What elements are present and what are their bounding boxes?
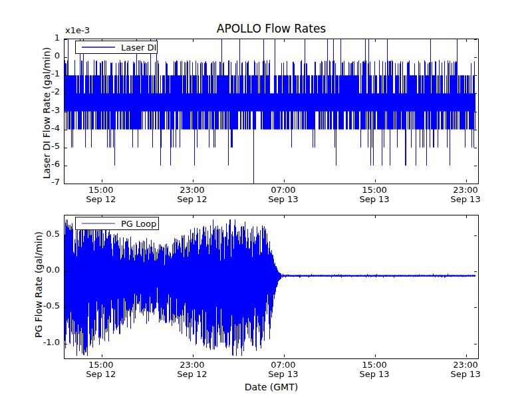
x-tick-mark (284, 180, 285, 182)
x-tick-mark (375, 180, 376, 182)
x-tick-label: 15:00Sep 13 (359, 186, 389, 204)
y-tick-label: -2 (13, 87, 60, 96)
laser-di-series-canvas (65, 39, 478, 184)
y-tick-mark (65, 148, 67, 148)
y-tick-label: -1.0 (13, 338, 60, 347)
y-tick-mark (65, 57, 67, 58)
x-axis-label: Date (GMT) (64, 382, 479, 392)
y-tick-mark (65, 307, 67, 308)
y-tick-label: 0.0 (13, 265, 60, 275)
x-tick-mark (466, 215, 467, 218)
y-tick-mark (65, 184, 67, 184)
x-tick-mark (375, 354, 376, 357)
x-tick-label: 07:00Sep 13 (268, 360, 298, 379)
bottom-y-axis-label: PG Flow Rate (gal/min) (33, 231, 44, 338)
x-tick-mark (193, 39, 194, 42)
y-tick-mark (474, 75, 477, 76)
y-tick-mark (65, 75, 67, 76)
x-tick-mark (375, 39, 376, 42)
y-tick-mark (65, 93, 67, 94)
y-tick-label: -6 (13, 160, 60, 169)
x-tick-label: 23:00Sep 13 (450, 186, 480, 204)
y-tick-label: 0 (13, 51, 60, 61)
x-tick-mark (284, 215, 285, 218)
y-tick-mark (474, 130, 477, 130)
y-tick-mark (65, 166, 67, 166)
x-tick-mark (193, 180, 194, 182)
y-tick-mark (65, 344, 67, 344)
y-tick-label: -3 (13, 106, 60, 115)
x-tick-label: 23:00Sep 13 (450, 360, 480, 379)
figure: APOLLO Flow Rates x1e-3 Laser DI Flow Ra… (0, 0, 532, 399)
y-tick-mark (65, 130, 67, 130)
y-tick-mark (474, 93, 477, 94)
legend-line-sample-icon (82, 47, 115, 48)
y-tick-label: 1 (13, 33, 60, 43)
y-tick-mark (65, 235, 67, 236)
y-tick-mark (474, 344, 477, 344)
x-tick-label: 07:00Sep 13 (268, 186, 298, 204)
legend-label: Laser DI (121, 43, 156, 53)
legend-label: PG Loop (121, 219, 156, 229)
y-tick-mark (474, 166, 477, 166)
pg-loop-legend: PG Loop (75, 217, 159, 230)
x-tick-mark (284, 354, 285, 357)
y-tick-label: -7 (13, 178, 60, 187)
x-tick-mark (375, 215, 376, 218)
x-tick-mark (466, 180, 467, 182)
legend-line-sample-icon (82, 223, 115, 224)
x-tick-mark (466, 39, 467, 42)
y-tick-mark (474, 271, 477, 272)
chart-title: APOLLO Flow Rates (64, 22, 479, 35)
y-tick-mark (65, 271, 67, 272)
y-tick-mark (474, 57, 477, 58)
y-tick-label: -1 (13, 69, 60, 78)
y-tick-mark (474, 235, 477, 236)
y-tick-label: -5 (13, 142, 60, 151)
x-tick-mark (102, 354, 102, 357)
x-tick-label: 15:00Sep 13 (359, 360, 389, 379)
y-tick-label: -4 (13, 124, 60, 133)
x-tick-mark (466, 354, 467, 357)
y-tick-mark (474, 148, 477, 148)
y-tick-mark (474, 39, 477, 40)
y-tick-label: 0.5 (13, 229, 60, 239)
y-tick-mark (65, 112, 67, 112)
x-tick-label: 15:00Sep 12 (86, 186, 116, 204)
laser-di-axes: Laser DI (64, 39, 479, 184)
x-tick-mark (102, 180, 102, 182)
x-tick-mark (284, 39, 285, 42)
pg-loop-axes: PG Loop (64, 215, 479, 359)
x-tick-mark (193, 215, 194, 218)
y-tick-mark (65, 39, 67, 40)
y-tick-mark (474, 184, 477, 184)
x-tick-label: 15:00Sep 12 (86, 360, 116, 379)
x-tick-mark (193, 354, 194, 357)
y-tick-mark (474, 307, 477, 308)
y-axis-offset-label: x1e-3 (65, 25, 90, 35)
x-tick-label: 23:00Sep 12 (177, 186, 207, 204)
laser-di-legend: Laser DI (75, 41, 158, 54)
y-tick-label: -0.5 (13, 301, 60, 311)
pg-loop-series-canvas (65, 215, 478, 358)
x-tick-label: 23:00Sep 12 (177, 360, 207, 379)
y-tick-mark (474, 112, 477, 112)
